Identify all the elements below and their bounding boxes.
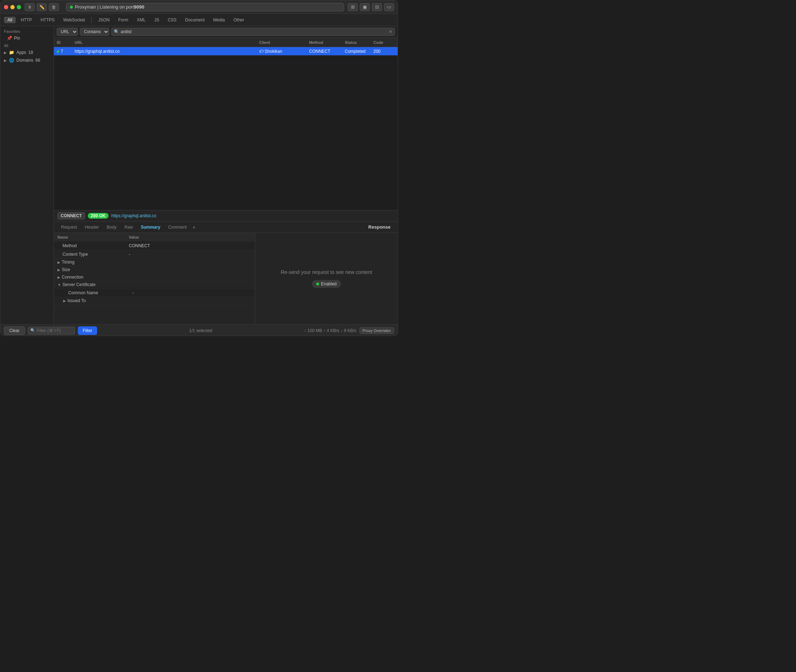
request-url-text: https://graphql.anilist.co (111, 213, 156, 218)
layout-btn-1[interactable]: ⊞ (348, 3, 358, 11)
connection-arrow-icon: ▶ (58, 275, 60, 279)
tab-css[interactable]: CSS (164, 17, 180, 23)
method-badge: CONNECT (58, 212, 85, 219)
cell-code: 200 (373, 49, 395, 54)
size-arrow-icon: ▶ (58, 268, 60, 272)
tab-document[interactable]: Document (182, 17, 209, 23)
maximize-button[interactable] (17, 5, 21, 9)
clear-search-button[interactable]: ✕ (389, 29, 392, 34)
tab-https[interactable]: HTTPS (37, 17, 58, 23)
tab-other[interactable]: Other (230, 17, 248, 23)
cell-method: CONNECT (309, 49, 345, 54)
cell-client: 🏷 Shokikan (259, 49, 309, 54)
response-label: Response (365, 222, 394, 232)
url-filter-dropdown[interactable]: URL (57, 28, 78, 36)
close-button[interactable] (4, 5, 8, 9)
tab-js[interactable]: JS (151, 17, 163, 23)
response-message: Re-send your request to see new content (281, 269, 372, 275)
status-dot (70, 6, 73, 8)
tab-body[interactable]: Body (103, 224, 120, 230)
detail-content-type-value: - (125, 251, 255, 258)
bottom-panel: CONNECT 200 OK https://graphql.anilist.c… (54, 210, 398, 324)
titlebar: ⏸ ✏️ 🗑 Proxyman | Listening on port 9090… (0, 0, 398, 14)
col-url: URL (75, 40, 259, 45)
content-panel: URL Contains 🔍 ✕ ID URL Client Method St… (54, 26, 398, 324)
server-cert-arrow-icon: ▼ (58, 283, 61, 287)
tab-xml[interactable]: XML (133, 17, 149, 23)
tab-json[interactable]: JSON (95, 17, 113, 23)
tab-summary[interactable]: Summary (137, 224, 164, 230)
tab-form[interactable]: Form (115, 17, 132, 23)
titlebar-right: ⊞ ▣ ⊟ ▭ (348, 3, 394, 11)
domains-count: 66 (35, 58, 40, 63)
detail-row-method: Method CONNECT (54, 242, 255, 250)
timing-arrow-icon: ▶ (58, 261, 60, 264)
apps-icon: 📁 (9, 50, 14, 55)
detail-content-type-name: Content Type (54, 251, 125, 258)
detail-row-common-name: Common Name - (54, 288, 255, 297)
tab-all[interactable]: All (4, 17, 16, 23)
tab-comment[interactable]: Comment (165, 224, 190, 230)
search-icon: 🔍 (114, 29, 119, 34)
connection-label: Connection (62, 275, 83, 280)
detail-section-server-cert[interactable]: ▼ Server Certificate (54, 281, 255, 288)
layout-btn-2[interactable]: ▣ (360, 3, 370, 11)
detail-section-size[interactable]: ▶ Size (54, 266, 255, 274)
selected-status: 1/1 selected (100, 328, 301, 333)
col-client: Client (259, 40, 309, 45)
filter-button[interactable]: Filter (78, 326, 98, 335)
toolbar: All HTTP HTTPS WebSocket JSON Form XML J… (0, 14, 398, 26)
col-code: Code (373, 40, 395, 45)
enabled-label: Enabled (321, 282, 337, 286)
filter-input[interactable] (37, 328, 72, 333)
detail-section-connection[interactable]: ▶ Connection (54, 274, 255, 281)
port-text: 9090 (134, 4, 144, 10)
cell-status: Completed (345, 49, 373, 54)
tab-header[interactable]: Header (81, 224, 103, 230)
bandwidth-text: ↑ 100 MB ↑ 4 KB/s ↓ 9 KB/s (304, 328, 356, 333)
table-header: ID URL Client Method Status Code (54, 38, 398, 47)
detail-common-name-name: Common Name (58, 289, 129, 296)
detail-col-headers: Name Value (54, 233, 255, 242)
filter-search-container: 🔍 (28, 327, 75, 334)
sidebar-item-pin[interactable]: 📌 Pin (0, 34, 53, 42)
col-status: Status (345, 40, 373, 45)
tab-websocket[interactable]: WebSocket (59, 17, 88, 23)
sidebar-item-apps[interactable]: ▶ 📁 Apps 18 (0, 48, 53, 56)
layout-btn-3[interactable]: ⊟ (372, 3, 382, 11)
detail-section-timing[interactable]: ▶ Timing (54, 259, 255, 266)
detail-method-value: CONNECT (125, 242, 255, 249)
domains-arrow-icon: ▶ (4, 59, 7, 62)
traffic-lights (4, 5, 21, 9)
pause-button[interactable]: ⏸ (25, 3, 35, 11)
tab-http[interactable]: HTTP (17, 17, 35, 23)
clear-button[interactable]: Clear (4, 326, 25, 335)
tab-request[interactable]: Request (58, 224, 81, 230)
add-tab-button[interactable]: + (191, 224, 197, 230)
minimize-button[interactable] (10, 5, 14, 9)
divider (91, 17, 92, 23)
favorites-label: Favorites (0, 28, 53, 34)
url-bar-text: Proxyman | Listening on port (75, 4, 134, 10)
cell-url: https://graphql.anilist.co (75, 49, 259, 54)
panel-tabs: Request Header Body Raw Summary Comment … (54, 221, 398, 233)
compose-button[interactable]: ✏️ (37, 3, 47, 11)
panel-content: Name Value Method CONNECT Content Type -… (54, 233, 398, 324)
search-input[interactable] (120, 29, 387, 34)
layout-btn-4[interactable]: ▭ (384, 3, 394, 11)
trash-button[interactable]: 🗑 (49, 3, 59, 11)
issued-to-arrow-icon: ▶ (63, 299, 66, 303)
all-label: All (0, 42, 53, 48)
table-row[interactable]: 7 https://graphql.anilist.co 🏷 Shokikan … (54, 47, 398, 56)
enabled-badge: Enabled (312, 280, 341, 288)
tab-raw[interactable]: Raw (120, 224, 136, 230)
size-label: Size (62, 267, 70, 272)
sidebar: Favorites 📌 Pin All ▶ 📁 Apps 18 ▶ 🌐 Doma… (0, 26, 54, 324)
row-status-dot (57, 50, 59, 53)
filter-search-icon: 🔍 (30, 328, 35, 333)
sidebar-item-domains[interactable]: ▶ 🌐 Domains 66 (0, 56, 53, 64)
tab-media[interactable]: Media (210, 17, 228, 23)
detail-section-issued-to[interactable]: ▶ Issued To (54, 297, 255, 305)
contains-filter-dropdown[interactable]: Contains (80, 28, 109, 36)
client-icon: 🏷 (259, 49, 263, 54)
